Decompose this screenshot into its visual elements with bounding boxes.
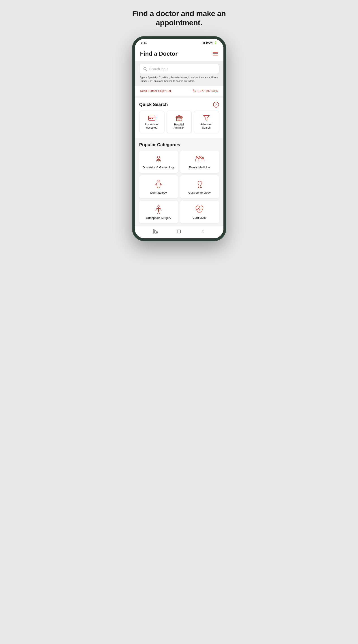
category-ortho[interactable]: Orthopedic Surgery (139, 200, 178, 224)
phone-number[interactable]: 1-877-697-9355 (197, 89, 218, 92)
phone-shell: 9:41 100% 🔋 Find a Doctor (132, 36, 226, 241)
svg-line-25 (160, 209, 161, 211)
category-cardiology-label: Cardiology (193, 216, 207, 220)
svg-rect-34 (156, 232, 158, 233)
svg-rect-11 (177, 118, 178, 119)
obstetrics-icon (154, 155, 163, 164)
svg-line-29 (157, 210, 158, 210)
svg-point-21 (158, 205, 159, 207)
svg-rect-4 (149, 118, 151, 119)
search-input[interactable]: Search Input (149, 67, 168, 71)
quick-search-section: Quick Search ? (135, 98, 224, 138)
category-obstetrics-label: Obstetrics & Gynecology (142, 166, 174, 170)
quick-search-title: Quick Search (139, 102, 168, 107)
search-section: Search Input Type a Specialty, Condition… (135, 61, 224, 86)
svg-point-16 (202, 157, 204, 158)
category-family[interactable]: Family Medicine (180, 150, 219, 173)
categories-title: Popular Categories (139, 142, 180, 147)
section-divider (135, 96, 224, 98)
insurance-icon (148, 115, 155, 121)
phone-screen: 9:41 100% 🔋 Find a Doctor (135, 39, 224, 238)
quick-item-advanced-label: Advanced Search (196, 123, 217, 130)
svg-point-18 (158, 184, 158, 184)
quick-search-header: Quick Search ? (139, 102, 219, 108)
status-time: 9:41 (141, 41, 147, 44)
svg-point-17 (158, 180, 159, 182)
phone-icon (193, 89, 196, 92)
svg-rect-35 (177, 230, 181, 233)
quick-item-advanced[interactable]: Advanced Search (194, 111, 219, 133)
filter-icon (203, 115, 210, 121)
app-title: Find a Doctor (140, 50, 178, 57)
svg-point-14 (196, 156, 198, 158)
svg-line-26 (157, 212, 158, 214)
category-ortho-label: Orthopedic Surgery (146, 216, 171, 220)
categories-grid: Obstetrics & Gynecology (139, 150, 219, 224)
app-content: Find a Doctor (135, 46, 224, 238)
svg-rect-5 (152, 118, 153, 119)
category-cardiology[interactable]: Cardiology (180, 200, 219, 224)
quick-item-hospital[interactable]: Hospital Affiliation (166, 111, 192, 133)
categories-section: Popular Categories (135, 138, 224, 226)
quick-item-insurances[interactable]: Insurances Accepted (139, 111, 164, 133)
svg-line-24 (156, 209, 156, 211)
svg-rect-33 (155, 231, 156, 234)
svg-line-1 (146, 70, 147, 70)
family-icon (195, 155, 205, 164)
nav-back-icon[interactable] (200, 229, 205, 234)
svg-line-27 (158, 212, 160, 214)
category-dermatology-label: Dermatology (150, 191, 167, 195)
battery-level: 100% (206, 41, 213, 44)
search-hint: Type a Specialty, Condition, Provider Na… (139, 76, 219, 83)
search-icon (143, 67, 147, 71)
categories-header: Popular Categories (139, 142, 219, 147)
svg-rect-8 (178, 118, 180, 121)
svg-rect-12 (180, 118, 181, 119)
signal-bars-icon (201, 41, 205, 44)
menu-button[interactable] (213, 52, 218, 56)
svg-line-28 (158, 210, 160, 210)
ortho-icon (154, 205, 163, 214)
svg-point-19 (159, 185, 159, 185)
cardiology-icon (195, 205, 204, 214)
quick-item-insurances-label: Insurances Accepted (141, 123, 162, 130)
status-bar: 9:41 100% 🔋 (135, 39, 224, 46)
gastro-icon (195, 180, 204, 189)
svg-point-13 (157, 156, 160, 158)
page-headline: Find a doctor and make an appointment. (123, 9, 235, 27)
phone-link[interactable]: 1-877-697-9355 (193, 89, 218, 92)
status-right: 100% 🔋 (201, 41, 217, 44)
hospital-icon (175, 114, 183, 121)
battery-icon: 🔋 (214, 41, 217, 44)
help-row: Need Further Help? Call 1-877-697-9355 (135, 86, 224, 96)
help-label: Need Further Help? Call (140, 89, 171, 92)
quick-search-grid: Insurances Accepted (139, 111, 219, 133)
category-gastro-label: Gastroenterology (188, 191, 211, 195)
svg-rect-2 (148, 116, 155, 120)
category-dermatology[interactable]: Dermatology (139, 175, 178, 198)
category-family-label: Family Medicine (189, 166, 210, 170)
svg-point-15 (200, 156, 201, 158)
quick-item-hospital-label: Hospital Affiliation (168, 123, 190, 130)
nav-recents-icon[interactable] (153, 229, 158, 234)
svg-rect-32 (153, 230, 154, 234)
nav-home-icon[interactable] (176, 229, 181, 234)
page-wrapper: Find a doctor and make an appointment. 9… (123, 9, 235, 241)
help-circle-button[interactable]: ? (213, 102, 219, 108)
svg-point-20 (158, 186, 158, 186)
category-gastro[interactable]: Gastroenterology (180, 175, 219, 198)
app-header: Find a Doctor (135, 46, 224, 61)
bottom-nav (135, 226, 224, 238)
dermatology-icon (154, 180, 163, 189)
category-obstetrics[interactable]: Obstetrics & Gynecology (139, 150, 178, 173)
search-box[interactable]: Search Input (139, 64, 219, 74)
